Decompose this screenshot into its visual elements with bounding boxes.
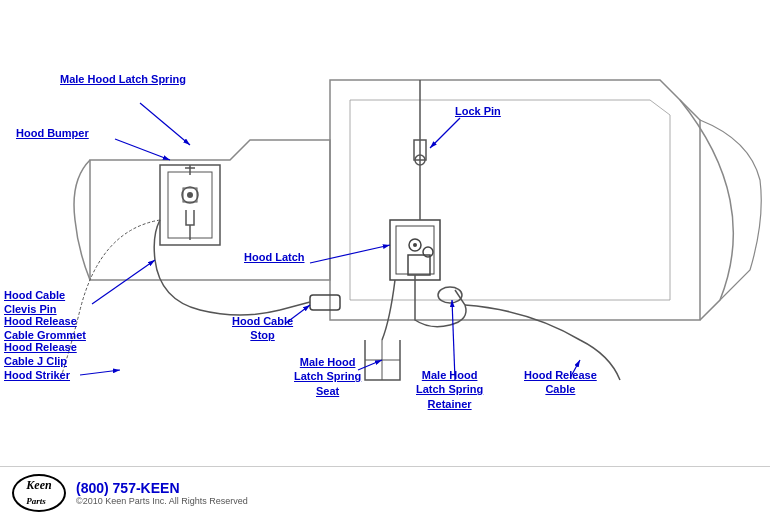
svg-line-32 — [80, 370, 120, 375]
svg-line-29 — [358, 360, 382, 370]
svg-rect-17 — [408, 255, 430, 275]
label-hood-cable-stop[interactable]: Hood CableStop — [232, 314, 293, 343]
label-hood-cable-clevis-pin[interactable]: Hood CableClevis Pin — [4, 288, 65, 317]
svg-line-23 — [140, 103, 190, 145]
svg-point-15 — [413, 243, 417, 247]
footer-text: (800) 757-KEEN ©2010 Keen Parts Inc. All… — [76, 480, 248, 506]
svg-rect-12 — [414, 140, 426, 160]
svg-rect-2 — [168, 172, 212, 238]
logo: KeenParts — [12, 474, 66, 512]
svg-point-4 — [187, 192, 193, 198]
label-hood-bumper[interactable]: Hood Bumper — [16, 126, 89, 140]
svg-line-25 — [310, 245, 390, 263]
svg-point-18 — [438, 287, 462, 303]
svg-point-14 — [409, 239, 421, 251]
svg-point-3 — [182, 187, 198, 203]
phone-number: (800) 757-KEEN — [76, 480, 248, 496]
diagram-container: Male Hood Latch Spring Hood Bumper Hood … — [0, 0, 770, 518]
svg-line-27 — [430, 118, 460, 148]
label-male-hood-latch-spring-retainer[interactable]: Male HoodLatch SpringRetainer — [416, 368, 483, 411]
label-hood-release-cable-j-clip[interactable]: Hood ReleaseCable J Clip — [4, 340, 77, 369]
label-hood-latch[interactable]: Hood Latch — [244, 250, 305, 264]
label-hood-release-cable[interactable]: Hood ReleaseCable — [524, 368, 597, 397]
svg-point-13 — [415, 155, 425, 165]
label-lock-pin[interactable]: Lock Pin — [455, 104, 501, 118]
svg-point-16 — [423, 247, 433, 257]
label-male-hood-latch-spring-seat[interactable]: Male HoodLatch SpringSeat — [294, 355, 361, 398]
footer: KeenParts (800) 757-KEEN ©2010 Keen Part… — [0, 466, 770, 518]
label-hood-striker[interactable]: Hood Striker — [4, 368, 70, 382]
svg-rect-10 — [396, 226, 434, 274]
svg-line-24 — [115, 139, 170, 160]
svg-line-31 — [92, 260, 155, 304]
svg-rect-19 — [310, 295, 340, 310]
svg-rect-0 — [0, 0, 770, 466]
svg-rect-5 — [183, 188, 197, 202]
svg-rect-9 — [390, 220, 440, 280]
label-hood-release-cable-grommet[interactable]: Hood ReleaseCable Grommet — [4, 314, 86, 343]
copyright: ©2010 Keen Parts Inc. All Rights Reserve… — [76, 496, 248, 506]
svg-rect-1 — [160, 165, 220, 245]
svg-line-20 — [280, 302, 310, 310]
label-male-hood-latch-spring[interactable]: Male Hood Latch Spring — [60, 72, 186, 86]
